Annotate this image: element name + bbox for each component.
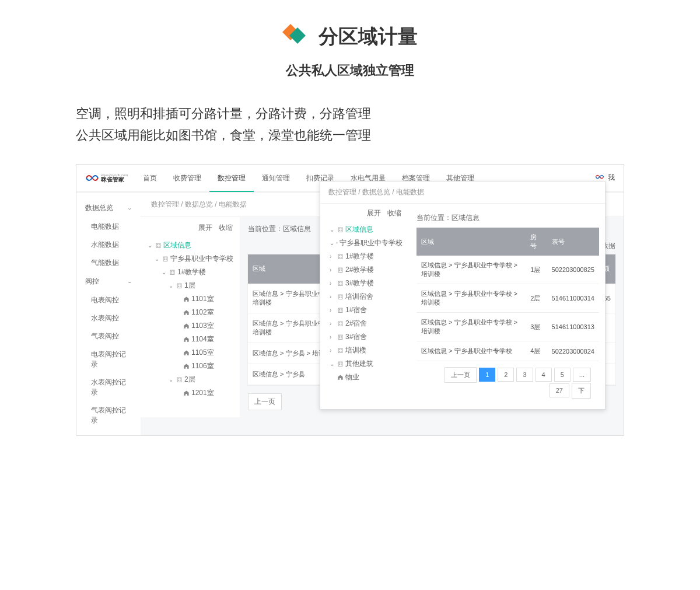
svg-rect-64 xyxy=(341,322,341,323)
tree-node[interactable]: ›2#教学楼 xyxy=(328,263,402,277)
user-label[interactable]: 我 xyxy=(608,173,615,183)
svg-rect-22 xyxy=(177,378,181,382)
pager-page-button[interactable]: 1 xyxy=(479,368,495,382)
tree-node[interactable]: ⌄其他建筑 xyxy=(328,357,402,371)
svg-rect-62 xyxy=(338,322,342,326)
svg-rect-55 xyxy=(339,297,340,298)
pager-page-button[interactable]: ... xyxy=(573,368,591,382)
overlay-expand-button[interactable]: 展开 xyxy=(367,209,381,217)
sidebar-item[interactable]: 水表阀控 xyxy=(76,309,141,327)
table-cell: 3层 xyxy=(526,313,547,341)
tree-node[interactable]: ⌄宁乡县职业中专学校 xyxy=(145,252,235,266)
pager-prev-button[interactable]: 上一页 xyxy=(444,367,477,383)
svg-rect-43 xyxy=(339,268,340,269)
tree-node[interactable]: 1201室 xyxy=(145,386,235,400)
sidebar-item[interactable]: 气能数据 xyxy=(76,254,141,272)
tree-caret-icon: ⌄ xyxy=(330,240,334,246)
svg-rect-81 xyxy=(341,364,341,365)
tree-node[interactable]: ›培训宿舍 xyxy=(328,290,402,303)
table-row[interactable]: 区域信息 > 宁乡县职业中专学校4层502203000824 xyxy=(416,341,599,361)
hero: 分区域计量 xyxy=(0,23,700,50)
sidebar-item[interactable]: 水表阀控记录 xyxy=(76,373,141,402)
tree-node[interactable]: ⌄宁乡县职业中专学校 xyxy=(328,236,402,250)
svg-rect-20 xyxy=(178,286,178,287)
tree-collapse-button[interactable]: 收缩 xyxy=(219,224,233,232)
svg-rect-59 xyxy=(341,309,341,309)
sidebar-category[interactable]: 数据总览⌄ xyxy=(76,198,141,218)
tree-node[interactable]: ⌄区域信息 xyxy=(145,239,235,252)
desc-line-2: 公共区域用能比如图书馆，食堂，澡堂也能统一管理 xyxy=(76,124,624,146)
table-header: 区域 xyxy=(416,228,526,256)
tree-node-label: 1103室 xyxy=(191,321,214,331)
tree-node[interactable]: ›1#教学楼 xyxy=(328,250,402,263)
tree-node-label: 1104室 xyxy=(191,334,214,344)
tree-node[interactable]: ›培训楼 xyxy=(328,344,402,357)
svg-rect-53 xyxy=(339,295,340,296)
overlay-location: 当前位置：区域信息 xyxy=(416,208,599,228)
tree-expand-button[interactable]: 展开 xyxy=(198,224,212,232)
sidebar-item[interactable]: 电表阀控 xyxy=(76,291,141,309)
tree-node[interactable]: ›1#宿舍 xyxy=(328,303,402,317)
overlay-collapse-button[interactable]: 收缩 xyxy=(387,209,401,217)
tree-node[interactable]: 1104室 xyxy=(145,333,235,346)
sidebar-category[interactable]: 阀控⌄ xyxy=(76,272,141,291)
tree-node[interactable]: ›3#宿舍 xyxy=(328,330,402,344)
svg-rect-45 xyxy=(339,270,340,271)
pager-page-button[interactable]: 27 xyxy=(550,383,569,397)
pager-page-button[interactable]: 4 xyxy=(536,368,552,382)
tree-node[interactable]: ›3#教学楼 xyxy=(328,277,402,290)
tree-node[interactable]: 1102室 xyxy=(145,306,235,319)
svg-rect-42 xyxy=(338,268,342,273)
tree-caret-icon: ⌄ xyxy=(148,242,153,249)
tree-node[interactable]: 1106室 xyxy=(145,359,235,373)
pager-page-button[interactable]: 2 xyxy=(498,368,514,382)
tree-caret-icon: › xyxy=(330,347,335,354)
sidebar-item[interactable]: 电表阀控记录 xyxy=(76,345,141,373)
nav-item[interactable]: 收费管理 xyxy=(165,164,209,192)
tree-node-label: 宁乡县职业中专学校 xyxy=(340,238,402,248)
tree-node[interactable]: 物业 xyxy=(328,371,402,384)
svg-rect-74 xyxy=(341,349,341,350)
tree-node[interactable]: 1101室 xyxy=(145,292,235,306)
table-row[interactable]: 区域信息 > 宁乡县职业中专学校 > 培训楼3层514611000313 xyxy=(416,313,599,341)
table-row[interactable]: 区域信息 > 宁乡县职业中专学校 > 培训楼1层502203000825 xyxy=(416,256,599,284)
pager-next-button[interactable]: 下 xyxy=(572,383,591,399)
svg-rect-23 xyxy=(178,378,178,379)
svg-rect-10 xyxy=(164,259,164,260)
hero-title: 分区域计量 xyxy=(318,23,418,50)
svg-rect-25 xyxy=(178,380,178,380)
table-cell: 514611000314 xyxy=(547,284,599,313)
hero-diamond-icon xyxy=(282,24,310,50)
sidebar-item[interactable]: 气表阀控记录 xyxy=(76,402,141,430)
svg-rect-5 xyxy=(157,246,158,246)
tree-node-label: 1106室 xyxy=(191,361,214,371)
svg-rect-48 xyxy=(339,282,340,282)
svg-rect-58 xyxy=(339,309,340,309)
tree-node[interactable]: ⌄区域信息 xyxy=(328,223,402,236)
tree-node[interactable]: ⌄2层 xyxy=(145,373,235,386)
brand-logo[interactable]: www.csyndb.com 咪雀管家 xyxy=(85,169,129,187)
svg-rect-6 xyxy=(159,246,159,246)
pager-page-button[interactable]: 3 xyxy=(516,368,533,382)
tree-node[interactable]: 1103室 xyxy=(145,319,235,333)
svg-rect-66 xyxy=(341,324,341,324)
nav-item[interactable]: 通知管理 xyxy=(254,164,298,192)
tree-node[interactable]: 1105室 xyxy=(145,346,235,359)
pager-page-button[interactable]: 5 xyxy=(554,368,570,382)
sidebar-item[interactable]: 电能数据 xyxy=(76,218,141,236)
brand-name: 咪雀管家 xyxy=(101,177,128,183)
nav-item[interactable]: 数控管理 xyxy=(209,164,254,192)
sidebar-item[interactable]: 气表阀控 xyxy=(76,327,141,345)
svg-rect-47 xyxy=(338,281,342,286)
svg-rect-79 xyxy=(341,362,341,363)
tree-node[interactable]: ⌄1层 xyxy=(145,279,235,292)
svg-rect-27 xyxy=(338,228,342,232)
table-row[interactable]: 区域信息 > 宁乡县职业中专学校 > 培训楼2层514611000314 xyxy=(416,284,599,313)
pager-prev-button[interactable]: 上一页 xyxy=(248,393,282,410)
tree-node[interactable]: ›2#宿舍 xyxy=(328,317,402,330)
svg-rect-9 xyxy=(166,257,166,258)
sidebar-item[interactable]: 水能数据 xyxy=(76,236,141,254)
nav-item[interactable]: 首页 xyxy=(135,164,165,192)
svg-rect-28 xyxy=(339,228,340,229)
tree-node[interactable]: ⌄1#教学楼 xyxy=(145,266,235,279)
